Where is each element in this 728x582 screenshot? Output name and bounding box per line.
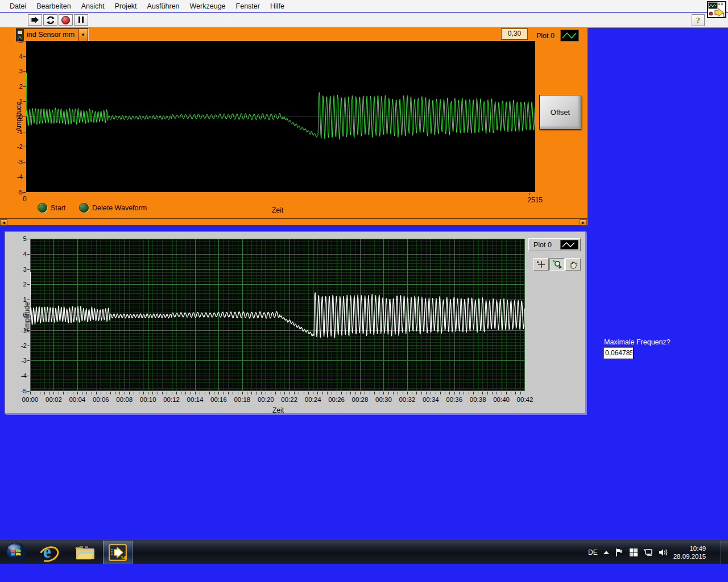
delete-waveform-led-button[interactable]: [79, 203, 89, 213]
y-tick-mark: [23, 71, 26, 72]
y-tick-mark: [23, 56, 26, 57]
network-icon[interactable]: [643, 548, 653, 557]
abort-button[interactable]: [59, 14, 73, 26]
chevron-down-icon[interactable]: ▼: [78, 29, 88, 41]
x-tick-label: 00:02: [43, 396, 64, 403]
windows-start-orb-icon: [6, 542, 26, 563]
x-tick-label: 00:20: [255, 396, 276, 403]
x-tick-label: 00:38: [467, 396, 489, 403]
y-tick-label: -2: [8, 143, 23, 151]
max-frequency-value[interactable]: 0,064785: [603, 347, 633, 359]
y-tick-mark: [27, 300, 30, 300]
chart1-x-max-label: 2515: [516, 196, 543, 204]
volume-icon[interactable]: [659, 548, 668, 557]
y-tick-mark: [23, 41, 26, 41]
chart1-x-axis-title: Zeit: [272, 206, 283, 214]
show-desktop-button[interactable]: [721, 541, 728, 564]
y-tick-label: -5: [8, 189, 23, 196]
menu-item-projekt[interactable]: Projekt: [110, 1, 142, 12]
y-tick-mark: [23, 147, 26, 147]
run-continuous-icon: [46, 16, 55, 24]
chart-panel: ind Sensor mm ▼ 0,30 Plot 0 543210-1-2-3…: [0, 27, 588, 218]
x-tick-label: 00:00: [19, 396, 41, 403]
x-tick-label: 00:30: [373, 396, 394, 403]
waveform-chart[interactable]: [26, 41, 535, 192]
y-tick-mark: [23, 132, 26, 132]
y-tick-label: -3: [12, 357, 27, 364]
cursor-tool-button[interactable]: [533, 258, 549, 271]
y-tick-mark: [27, 391, 30, 392]
menu-bar: DateiBearbeitenAnsichtProjektAusführenWe…: [0, 0, 728, 13]
y-tick-mark: [23, 117, 26, 117]
pan-tool-button[interactable]: [565, 258, 581, 271]
menu-item-datei[interactable]: Datei: [5, 1, 31, 12]
taskbar-labview-active[interactable]: 14: [103, 541, 133, 564]
chart1-y-axis-title: Amplitude: [15, 101, 23, 131]
x-tick-label: 00:28: [349, 396, 371, 403]
waveform-graph[interactable]: [30, 239, 525, 391]
menu-item-ausführen[interactable]: Ausführen: [142, 1, 185, 12]
x-tick-label: 00:24: [302, 396, 324, 403]
menu-item-fenster[interactable]: Fenster: [231, 1, 265, 12]
plot-legend-2-line-icon: [560, 240, 578, 250]
run-arrow-icon: [31, 16, 40, 24]
clock[interactable]: 10:49 28.09.2015: [673, 544, 706, 560]
scroll-left-arrow-icon[interactable]: ◀: [0, 219, 7, 226]
magnifier-icon: [552, 260, 562, 269]
y-tick-label: -4: [12, 372, 27, 380]
horizontal-scrollbar[interactable]: ◀ ▶: [0, 218, 588, 226]
taskbar-internet-explorer[interactable]: e: [35, 541, 65, 564]
start-led-button[interactable]: [38, 203, 47, 213]
x-tick-label: 00:42: [514, 396, 536, 403]
run-continuously-button[interactable]: [43, 14, 57, 26]
offset-button[interactable]: Offset: [539, 95, 581, 130]
context-help-button[interactable]: ?: [692, 14, 705, 26]
language-indicator[interactable]: DE: [588, 548, 598, 556]
graph-tools-palette: [533, 258, 581, 271]
sensor-selector[interactable]: ind Sensor mm ▼: [16, 28, 88, 41]
scroll-right-arrow-icon[interactable]: ▶: [580, 219, 587, 226]
x-tick-label: 00:32: [396, 396, 418, 403]
run-button[interactable]: [28, 14, 42, 26]
y-tick-label: 5: [8, 38, 23, 45]
action-center-flag-icon[interactable]: [615, 548, 624, 557]
plot-legend-1-label: Plot 0: [536, 32, 555, 40]
crosshair-icon: [536, 260, 547, 269]
start-button[interactable]: [1, 541, 31, 564]
taskbar-windows-explorer[interactable]: [71, 541, 100, 564]
labview-version-badge: 14: [121, 555, 126, 560]
x-tick-label: 00:06: [90, 396, 111, 403]
y-tick-label: 3: [12, 266, 27, 273]
internet-explorer-icon: e: [40, 543, 60, 562]
pause-button[interactable]: [74, 14, 88, 26]
max-frequency-label: Maximale Frequenz?: [604, 338, 671, 346]
chart1-x-min-label: 0: [23, 195, 27, 203]
system-tray: DE 10:49 28.09.2015: [588, 541, 706, 564]
clock-date: 28.09.2015: [673, 552, 706, 560]
x-tick-label: 00:14: [184, 396, 206, 403]
zoom-tool-button[interactable]: [549, 258, 565, 271]
plot-legend-1[interactable]: Plot 0: [536, 30, 579, 41]
menu-item-ansicht[interactable]: Ansicht: [76, 1, 110, 12]
menu-item-bearbeiten[interactable]: Bearbeiten: [31, 1, 76, 12]
taskbar: e 14 DE: [0, 540, 728, 564]
vi-icon-badge: 1: [722, 12, 725, 17]
offset-value-display[interactable]: 0,30: [501, 28, 528, 40]
x-tick-label: 00:36: [444, 396, 465, 403]
show-hidden-icons-icon[interactable]: [603, 550, 610, 555]
y-tick-mark: [27, 284, 30, 285]
y-tick-mark: [23, 192, 26, 193]
menu-item-hilfe[interactable]: Hilfe: [265, 1, 289, 12]
clock-time: 10:49: [673, 544, 706, 552]
plot-legend-2[interactable]: Plot 0: [528, 238, 581, 251]
chart2-y-axis-title: Amplitude: [23, 302, 31, 332]
y-tick-mark: [27, 376, 30, 376]
chart2-x-axis-title: Zeit: [272, 406, 284, 414]
y-tick-mark: [23, 162, 26, 163]
x-tick-label: 00:16: [208, 396, 229, 403]
y-tick-mark: [23, 101, 26, 102]
hand-icon: [568, 260, 578, 269]
windows-update-icon[interactable]: [629, 548, 638, 557]
menu-item-werkzeuge[interactable]: Werkzeuge: [185, 1, 231, 12]
x-tick-label: 00:12: [161, 396, 183, 403]
